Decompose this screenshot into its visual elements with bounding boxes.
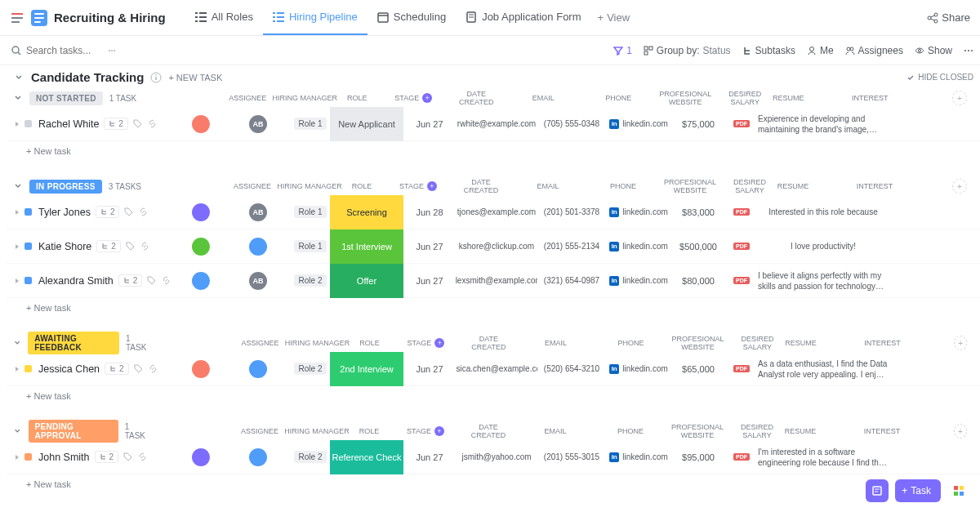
expand-icon[interactable]: [13, 365, 21, 373]
pdf-badge[interactable]: PDF: [733, 120, 750, 127]
col-assignee[interactable]: ASSIGNEE: [223, 90, 272, 106]
share-button[interactable]: Share: [927, 11, 970, 24]
col-website[interactable]: PROFESIONAL WEBSITE: [657, 178, 723, 194]
col-assignee[interactable]: ASSIGNEE: [235, 335, 284, 351]
col-assignee[interactable]: ASSIGNEE: [228, 178, 277, 194]
website-cell[interactable]: inlinkedin.com: [606, 364, 671, 374]
assignee-avatar[interactable]: [192, 115, 210, 133]
col-interest[interactable]: INTEREST: [804, 90, 935, 106]
col-stage[interactable]: STAGE+: [381, 178, 455, 194]
col-phone[interactable]: PHONE: [584, 90, 653, 106]
collapse-icon[interactable]: [13, 72, 24, 83]
col-website[interactable]: PROFESIONAL WEBSITE: [665, 335, 730, 351]
new-task-button[interactable]: + New task: [7, 474, 980, 494]
role-pill[interactable]: Role 2: [294, 274, 327, 287]
subtask-badge[interactable]: 2: [105, 363, 129, 375]
role-pill[interactable]: Role 2: [294, 451, 327, 463]
task-row[interactable]: Rachel White 2 AB Role 1 New Applicant J…: [7, 107, 980, 141]
col-salary[interactable]: DESIRED SALARY: [730, 423, 784, 439]
stage-cell[interactable]: 2nd Interview: [330, 352, 403, 386]
add-column-button[interactable]: +: [952, 91, 967, 105]
website-cell[interactable]: inlinkedin.com: [606, 242, 671, 252]
stage-cell[interactable]: 1st Interview: [330, 229, 403, 264]
task-row[interactable]: Katie Shore 2 Role 1 1st Interview Jun 2…: [7, 229, 980, 264]
hiring-manager-avatar[interactable]: AB: [249, 203, 267, 221]
subtask-badge[interactable]: 2: [96, 240, 121, 252]
col-email[interactable]: EMAIL: [514, 335, 596, 351]
add-stage-icon[interactable]: +: [422, 93, 432, 103]
subtasks-button[interactable]: Subtasks: [742, 45, 795, 56]
col-resume[interactable]: RESUME: [784, 335, 817, 351]
hiring-manager-avatar[interactable]: AB: [249, 272, 267, 290]
add-column-button[interactable]: +: [952, 179, 967, 194]
add-stage-icon[interactable]: +: [427, 181, 437, 191]
task-row[interactable]: Tyler Jones 2 AB Role 1 Screening Jun 28…: [7, 195, 980, 229]
status-dot[interactable]: [24, 277, 32, 284]
col-resume[interactable]: RESUME: [784, 423, 817, 439]
website-cell[interactable]: inlinkedin.com: [606, 452, 671, 462]
new-task-button[interactable]: + New task: [7, 386, 980, 406]
task-row[interactable]: Jessica Chen 2 Role 2 2nd Interview Jun …: [7, 352, 980, 386]
fab-note-button[interactable]: [866, 479, 889, 502]
search-input[interactable]: [26, 45, 100, 56]
tag-icon[interactable]: [133, 363, 144, 374]
role-pill[interactable]: Role 2: [294, 363, 327, 375]
new-task-button[interactable]: + New task: [7, 141, 980, 161]
assignee-avatar[interactable]: [192, 238, 210, 256]
col-interest[interactable]: INTEREST: [817, 423, 947, 439]
pdf-badge[interactable]: PDF: [733, 243, 750, 250]
status-pill[interactable]: AWAITING FEEDBACK: [28, 332, 119, 354]
col-interest[interactable]: INTEREST: [809, 178, 940, 194]
tag-icon[interactable]: [122, 452, 133, 462]
website-cell[interactable]: inlinkedin.com: [606, 119, 671, 129]
col-resume[interactable]: RESUME: [777, 178, 809, 194]
role-pill[interactable]: Role 1: [294, 240, 327, 252]
col-hiring-manager[interactable]: HIRING MANAGER: [284, 335, 350, 351]
new-task-header-button[interactable]: + NEW TASK: [168, 73, 222, 82]
pdf-badge[interactable]: PDF: [733, 277, 750, 284]
link-icon[interactable]: [138, 207, 149, 217]
col-phone[interactable]: PHONE: [596, 335, 665, 351]
link-icon[interactable]: [147, 118, 158, 129]
task-name[interactable]: Katie Shore: [38, 241, 91, 252]
task-name[interactable]: Jessica Chen: [38, 363, 100, 375]
email-cell[interactable]: jessica.chen@example.com: [456, 364, 537, 373]
col-hiring-manager[interactable]: HIRING MANAGER: [284, 423, 350, 439]
info-icon[interactable]: [150, 72, 162, 83]
hiring-manager-avatar[interactable]: [249, 238, 267, 256]
collapse-icon[interactable]: [13, 181, 23, 191]
tab-job-application[interactable]: Job Application Form: [456, 0, 590, 35]
pdf-badge[interactable]: PDF: [733, 208, 750, 216]
task-row[interactable]: John Smith 2 Role 2 Reference Check Jun …: [7, 440, 980, 474]
status-dot[interactable]: [24, 243, 32, 250]
col-email[interactable]: EMAIL: [502, 90, 584, 106]
add-view-button[interactable]: +View: [591, 8, 637, 27]
expand-icon[interactable]: [13, 243, 21, 251]
tag-icon[interactable]: [125, 241, 136, 252]
subtask-badge[interactable]: 2: [118, 274, 143, 287]
status-dot[interactable]: [24, 365, 32, 372]
stage-cell[interactable]: Screening: [330, 195, 403, 229]
col-hiring-manager[interactable]: HIRING MANAGER: [272, 90, 337, 106]
col-stage[interactable]: STAGE+: [389, 335, 462, 351]
status-dot[interactable]: [24, 120, 32, 127]
col-date-created[interactable]: DATE CREATED: [462, 335, 514, 351]
assignee-avatar[interactable]: [192, 272, 210, 290]
role-pill[interactable]: Role 1: [294, 118, 327, 130]
col-salary[interactable]: DESIRED SALARY: [730, 335, 784, 351]
task-name[interactable]: Tyler Jones: [38, 207, 91, 218]
expand-icon[interactable]: [13, 208, 21, 216]
fab-apps-button[interactable]: [947, 479, 970, 502]
menu-icon[interactable]: [10, 11, 24, 25]
status-pill[interactable]: NOT STARTED: [29, 91, 103, 105]
col-date-created[interactable]: DATE CREATED: [462, 423, 514, 439]
website-cell[interactable]: inlinkedin.com: [606, 276, 671, 286]
email-cell[interactable]: alexsmith@example.com: [456, 276, 537, 285]
status-dot[interactable]: [24, 453, 32, 461]
more-button[interactable]: [964, 46, 973, 56]
stage-cell[interactable]: Offer: [330, 264, 403, 298]
group-by-button[interactable]: Group by: Status: [644, 45, 731, 56]
hiring-manager-avatar[interactable]: [249, 360, 267, 378]
filter-button[interactable]: 1: [613, 45, 632, 56]
collapse-icon[interactable]: [13, 338, 21, 348]
